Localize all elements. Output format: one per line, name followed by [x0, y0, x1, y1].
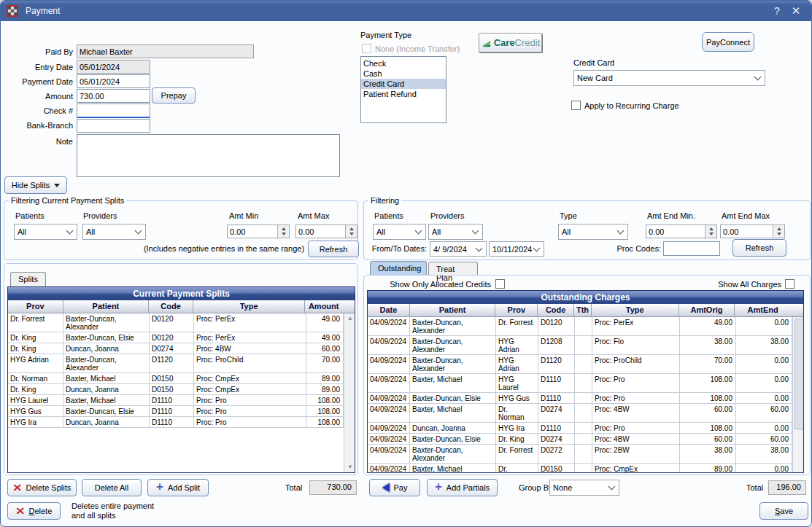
entry-date-label: Entry Date	[4, 63, 73, 71]
table-row[interactable]: 04/09/2024 Baxter-Duncan, Alexander HYG …	[368, 336, 792, 355]
scrollbar-thumb[interactable]	[794, 319, 804, 429]
amt-max-label: Amt Max	[298, 211, 329, 220]
splits-scrollbar[interactable]: ▲ ▼	[344, 313, 355, 472]
table-row[interactable]: Dr. Norman Baxter, Michael D0150 Proc: C…	[8, 373, 344, 384]
cell-code: D0150	[150, 384, 194, 395]
cell-amtend: 0.00	[736, 355, 792, 374]
payment-type-option-cash[interactable]: Cash	[361, 69, 446, 79]
check-number-field[interactable]	[77, 104, 150, 118]
prepay-button[interactable]: Prepay	[152, 87, 196, 104]
scroll-down-icon[interactable]: ▼	[347, 462, 353, 472]
spinner-icon[interactable]	[705, 225, 716, 238]
payconnect-button[interactable]: PayConnect	[702, 32, 754, 52]
col-amtorig: AmtOrig	[679, 304, 735, 316]
group-by-select[interactable]: None	[549, 480, 619, 496]
filter-out-type-select[interactable]: All	[558, 224, 628, 240]
cell-prov: HYG Laurel	[496, 374, 538, 393]
cell-patient: Baxter-Duncan, Alexander	[410, 355, 496, 374]
cell-tth	[575, 445, 592, 464]
filter-splits-patients-select[interactable]: All	[14, 224, 77, 240]
table-row[interactable]: HYG Ira Duncan, Joanna D1110 Proc: Pro 1…	[8, 417, 344, 428]
delete-all-button[interactable]: Delete All	[82, 479, 142, 496]
cell-code: D0274	[538, 434, 575, 445]
table-row[interactable]: 04/09/2024 Baxter-Duncan, Elsie Dr. King…	[368, 434, 792, 445]
tab-outstanding[interactable]: Outstanding	[370, 261, 427, 276]
cell-amount: 70.00	[306, 354, 344, 373]
delete-button[interactable]: ✕Delete	[7, 502, 61, 520]
amt-max-field[interactable]: 0.00	[295, 225, 357, 238]
table-row[interactable]: 04/09/2024 Baxter-Duncan, Alexander Dr. …	[368, 317, 792, 336]
delete-x-icon: ✕	[12, 483, 22, 492]
filter-splits-providers-select[interactable]: All	[82, 224, 146, 240]
cell-prov: HYG Gus	[8, 406, 63, 417]
table-row[interactable]: 04/09/2024 Baxter, Michael HYG Laurel D1…	[368, 374, 792, 393]
scroll-up-icon[interactable]: ▲	[347, 313, 353, 324]
carecredit-button[interactable]: CareCredit	[479, 33, 542, 52]
amt-min-field[interactable]: 0.00	[227, 225, 290, 238]
spinner-icon[interactable]	[277, 225, 289, 238]
table-row[interactable]: Dr. King Duncan, Joanna D0274 Proc: 4BW …	[8, 343, 344, 354]
amount-field[interactable]	[77, 89, 150, 103]
payment-type-option-credit-card[interactable]: Credit Card	[361, 79, 446, 89]
table-row[interactable]: HYG Laurel Baxter, Michael D1110 Proc: P…	[8, 395, 344, 406]
table-row[interactable]: 04/09/2024 Duncan, Joanna HYG Ira D1110 …	[368, 423, 792, 434]
delete-splits-button[interactable]: ✕Delete Splits	[7, 479, 77, 496]
spinner-icon[interactable]	[773, 225, 784, 238]
note-field[interactable]	[77, 134, 340, 177]
table-row[interactable]: HYG Adrian Baxter-Duncan, Alexander D112…	[8, 354, 344, 373]
payment-date-field[interactable]	[77, 74, 150, 88]
cell-amtend: 60.00	[736, 404, 792, 423]
table-row[interactable]: 04/09/2024 Baxter-Duncan, Alexander Dr. …	[368, 445, 792, 464]
bank-branch-field[interactable]	[77, 119, 150, 133]
date-to-select[interactable]: 10/11/2024	[489, 241, 544, 257]
help-button[interactable]: ?	[767, 3, 786, 19]
payment-type-option-check[interactable]: Check	[361, 58, 446, 69]
chevron-down-icon	[608, 483, 616, 491]
filter-splits-refresh-button[interactable]: Refresh	[308, 241, 359, 257]
payment-type-option-patient-refund[interactable]: Patient Refund	[361, 89, 446, 99]
table-row[interactable]: HYG Gus Baxter-Duncan, Elsie D1110 Proc:…	[8, 406, 344, 417]
outstanding-scrollbar[interactable]	[792, 317, 803, 472]
table-row[interactable]: 04/09/2024 Baxter, Michael Dr. Norman D0…	[368, 464, 792, 472]
cell-type: Proc: CmpEx	[194, 384, 306, 395]
table-row[interactable]: 04/09/2024 Baxter-Duncan, Elsie HYG Gus …	[368, 393, 792, 404]
hide-splits-button[interactable]: Hide Splits	[4, 176, 67, 194]
col-tth: Tth	[574, 304, 592, 316]
date-from-select[interactable]: 4/ 9/2024	[430, 241, 487, 257]
outstanding-charges-grid: Outstanding Charges Date Patient Prov Co…	[367, 290, 804, 473]
filter-splits-patients-label: Patients	[15, 211, 45, 220]
app-icon	[7, 5, 18, 17]
add-split-button[interactable]: +Add Split	[147, 479, 209, 496]
filter-out-patients-select[interactable]: All	[373, 224, 426, 240]
table-row[interactable]: Dr. Forrest Baxter-Duncan, Alexander D01…	[8, 313, 344, 332]
table-row[interactable]: Dr. King Baxter-Duncan, Elsie D0120 Proc…	[8, 332, 344, 343]
recurring-charge-checkbox[interactable]	[571, 101, 581, 110]
table-row[interactable]: 04/09/2024 Baxter-Duncan, Alexander HYG …	[368, 355, 792, 374]
payment-type-label: Payment Type	[360, 31, 411, 39]
cell-patient: Baxter, Michael	[63, 373, 150, 384]
tab-treat-plan[interactable]: Treat Plan	[428, 262, 478, 276]
close-icon[interactable]: ✕	[786, 3, 805, 19]
proc-codes-field[interactable]	[663, 241, 720, 256]
add-partials-button[interactable]: +Add Partials	[427, 479, 498, 496]
filter-out-providers-select[interactable]: All	[428, 224, 483, 240]
col-prov: Prov	[8, 300, 63, 313]
table-row[interactable]: Dr. King Duncan, Joanna D0150 Proc: CmpE…	[8, 384, 344, 395]
filter-outstanding-refresh-button[interactable]: Refresh	[732, 239, 786, 257]
cell-code: D1110	[538, 423, 575, 434]
cell-amtorig: 60.00	[680, 404, 736, 423]
cell-prov: HYG Ira	[8, 417, 63, 428]
pay-button[interactable]: Pay	[369, 479, 420, 496]
credit-card-select[interactable]: New Card	[573, 70, 765, 86]
show-allocated-checkbox[interactable]	[495, 279, 505, 289]
table-row[interactable]: 04/09/2024 Baxter, Michael Dr. Norman D0…	[368, 404, 792, 423]
titlebar: Payment ? ✕	[1, 1, 811, 21]
save-button[interactable]: Save	[759, 502, 808, 520]
tab-splits[interactable]: Splits	[10, 272, 46, 286]
show-all-charges-checkbox[interactable]	[785, 279, 794, 289]
show-allocated-label: Show Only Allocated Credits	[366, 280, 491, 289]
pay-arrow-icon	[382, 483, 390, 492]
amt-end-min-field[interactable]: 0.00	[646, 225, 717, 238]
amt-end-max-field[interactable]: 0.00	[720, 225, 785, 238]
spinner-icon[interactable]	[345, 225, 357, 238]
